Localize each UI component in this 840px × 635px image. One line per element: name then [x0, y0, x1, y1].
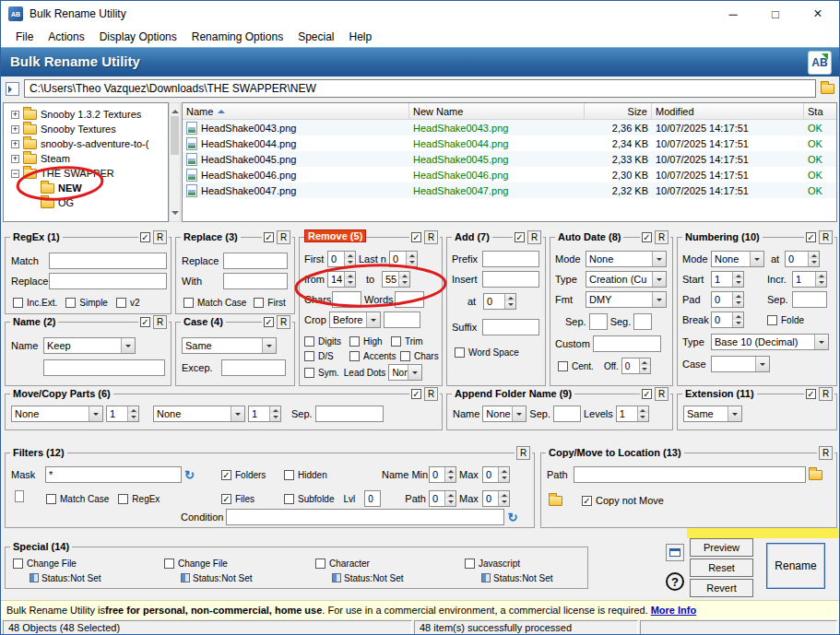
crop-mode-select[interactable]: Before	[329, 312, 381, 328]
tree-item[interactable]: +Snooby 1.3.2 Textures	[4, 107, 168, 122]
add-reset-button[interactable]: R	[527, 230, 541, 244]
append-folder-reset-button[interactable]: R	[655, 387, 668, 401]
column-header-status[interactable]: Sta	[804, 103, 837, 119]
tree-item[interactable]: +snooby-s-adventure-to-(	[4, 136, 168, 151]
name-reset-button[interactable]: R	[153, 315, 167, 329]
auto-date-enable-checkbox[interactable]: ✓	[642, 232, 652, 242]
move-copy-count2-spinner[interactable]: 1	[248, 406, 281, 422]
subfolders-checkbox[interactable]: Subfolde	[284, 494, 334, 504]
tree-item-the-swapper[interactable]: −THE SWAPPER	[4, 166, 168, 181]
regex-replace-input[interactable]	[49, 273, 167, 289]
column-header-new-name[interactable]: New Name	[409, 103, 585, 119]
symbols-checkbox[interactable]: Sym.	[304, 368, 339, 378]
pad-spinner[interactable]: 0	[711, 291, 744, 308]
chars-checkbox[interactable]: Chars	[400, 351, 439, 361]
scroll-up-icon[interactable]	[172, 106, 179, 113]
exceptions-input[interactable]	[221, 359, 286, 376]
number-at-spinner[interactable]: 0	[785, 251, 820, 267]
number-sep-input[interactable]	[792, 291, 827, 308]
break-spinner[interactable]: 0	[711, 312, 744, 328]
number-mode-select[interactable]: None	[711, 251, 764, 267]
extension-enable-checkbox[interactable]: ✓	[806, 389, 816, 399]
filter-regex-checkbox[interactable]: RegEx	[118, 494, 160, 504]
at-spinner[interactable]: 0	[483, 293, 516, 310]
folder-checkbox[interactable]: Folde	[767, 315, 804, 325]
path-max-spinner[interactable]: 0	[482, 490, 510, 507]
extension-reset-button[interactable]: R	[819, 387, 833, 401]
date-mode-select[interactable]: None	[586, 251, 667, 267]
menu-help[interactable]: Help	[342, 28, 380, 46]
menu-special[interactable]: Special	[290, 28, 341, 46]
number-type-select[interactable]: Base 10 (Decimal)	[711, 334, 829, 350]
file-row[interactable]: HeadShake0046.png HeadShake0046.png 2,30…	[183, 167, 836, 182]
more-info-link[interactable]: More Info	[651, 605, 697, 616]
digits-checkbox[interactable]: Digits	[304, 336, 347, 347]
numbering-reset-button[interactable]: R	[819, 230, 833, 244]
special-javascript-checkbox[interactable]: Javascript	[465, 559, 520, 569]
hidden-checkbox[interactable]: Hidden	[284, 470, 327, 480]
offset-spinner[interactable]: 0	[621, 358, 651, 374]
folders-checkbox[interactable]: ✓Folders	[221, 470, 275, 480]
replace-input[interactable]	[223, 253, 288, 269]
simple-checkbox[interactable]: Simple	[65, 298, 108, 308]
double-space-checkbox[interactable]: D/S	[304, 351, 347, 361]
tree-item-og[interactable]: OG	[4, 195, 168, 210]
date-type-select[interactable]: Creation (Cu	[586, 271, 667, 288]
match-case-checkbox[interactable]: Match Case	[183, 298, 246, 308]
expander-icon[interactable]: +	[11, 140, 19, 148]
menu-actions[interactable]: Actions	[41, 28, 91, 46]
menu-renaming-options[interactable]: Renaming Options	[184, 28, 290, 46]
auto-date-reset-button[interactable]: R	[655, 230, 668, 244]
high-checkbox[interactable]: High	[349, 336, 388, 347]
file-row[interactable]: HeadShake0044.png HeadShake0044.png 2,34…	[183, 135, 836, 151]
file-row[interactable]: HeadShake0043.png HeadShake0043.png 2,36…	[183, 120, 836, 135]
append-mode-select[interactable]: None	[482, 406, 526, 422]
expander-icon[interactable]: −	[11, 170, 19, 178]
remove-enable-checkbox[interactable]: ✓	[411, 232, 421, 242]
preview-button[interactable]: Preview	[690, 538, 753, 557]
close-button[interactable]: ×	[797, 1, 839, 27]
name-enable-checkbox[interactable]: ✓	[140, 317, 150, 327]
trim-checkbox[interactable]: Trim	[391, 336, 423, 347]
remove-last-spinner[interactable]: 0	[389, 251, 418, 267]
filters-reset-button[interactable]: R	[516, 446, 530, 460]
remove-chars-input[interactable]	[332, 291, 361, 308]
maximize-button[interactable]: □	[754, 1, 797, 27]
tree-scrollbar[interactable]	[169, 102, 181, 222]
rename-button[interactable]: Rename	[766, 543, 825, 589]
add-enable-checkbox[interactable]: ✓	[515, 232, 525, 242]
remove-first-spinner[interactable]: 0	[327, 251, 356, 267]
mask-input[interactable]: *	[45, 466, 182, 483]
regex-match-input[interactable]	[49, 253, 167, 269]
v2-checkbox[interactable]: v2	[116, 298, 140, 308]
date-seg-input[interactable]	[633, 313, 652, 330]
tree-item-new[interactable]: NEW	[4, 181, 168, 195]
move-copy-count1-spinner[interactable]: 1	[106, 406, 139, 422]
remove-to-spinner[interactable]: 55	[382, 271, 410, 288]
with-input[interactable]	[223, 273, 288, 289]
minimize-button[interactable]: ─	[712, 1, 754, 27]
name-max-spinner[interactable]: 0	[482, 466, 510, 483]
window-layout-button[interactable]	[666, 544, 684, 561]
first-checkbox[interactable]: First	[254, 298, 285, 308]
name-mode-select[interactable]: Keep	[43, 337, 136, 354]
case-mode-select[interactable]: Same	[182, 337, 277, 354]
extension-mode-select[interactable]: Same	[683, 406, 742, 422]
date-fmt-select[interactable]: DMY	[586, 291, 667, 308]
special-character-checkbox[interactable]: Character	[315, 559, 370, 569]
scrollbar-thumb[interactable]	[171, 116, 179, 155]
scroll-down-icon[interactable]	[172, 211, 179, 218]
word-space-checkbox[interactable]: Word Space	[455, 347, 519, 358]
special-change-file-1-checkbox[interactable]: Change File	[13, 559, 77, 569]
path-input[interactable]: C:\Users\Theo Vazquez\Downloads\THE SWAP…	[24, 79, 816, 98]
append-folder-enable-checkbox[interactable]: ✓	[642, 389, 652, 399]
move-copy-mode2-select[interactable]: None	[153, 406, 245, 422]
expander-icon[interactable]: +	[11, 125, 19, 134]
lead-dots-select[interactable]: Non	[388, 364, 422, 381]
tree-item[interactable]: +Snooby Textures	[4, 122, 168, 136]
help-button[interactable]: ?	[666, 572, 684, 591]
tree-item[interactable]: +Steam	[4, 151, 168, 166]
lvl-input[interactable]: 0	[364, 490, 381, 507]
expander-icon[interactable]: +	[11, 155, 19, 163]
prefix-input[interactable]	[482, 251, 539, 267]
